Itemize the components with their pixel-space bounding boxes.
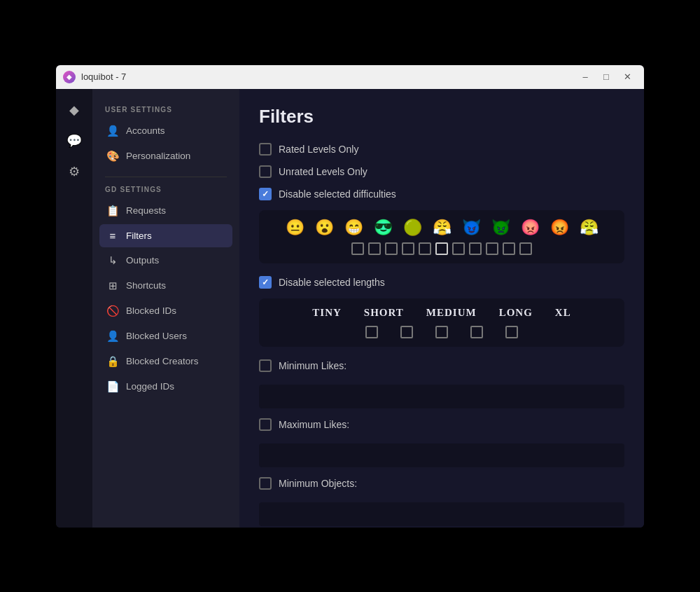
sidebar-item-blocked-ids[interactable]: 🚫 Blocked IDs bbox=[99, 299, 232, 323]
min-objects-checkbox[interactable] bbox=[259, 477, 272, 490]
personalization-icon: 🎨 bbox=[106, 150, 119, 163]
lengths-labels-row: Tiny Short Medium Long XL bbox=[270, 307, 613, 319]
unrated-levels-filter-row: Unrated Levels Only bbox=[259, 165, 624, 178]
diff-cb-1[interactable] bbox=[368, 242, 381, 255]
sidebar-item-shortcuts[interactable]: ⊞ Shortcuts bbox=[99, 274, 232, 298]
difficulty-checkbox-row bbox=[270, 242, 613, 255]
filters-icon: ≡ bbox=[106, 230, 119, 242]
user-settings-section-label: USER SETTINGS bbox=[99, 106, 232, 113]
sidebar-item-personalization[interactable]: 🎨 Personalization bbox=[99, 144, 232, 168]
difficulty-emoji-3: 😎 bbox=[370, 219, 396, 237]
sidebar-item-blocked-creators-label: Blocked Creators bbox=[126, 356, 199, 366]
diff-cb-4[interactable] bbox=[419, 242, 431, 255]
difficulty-emoji-6: 😈 bbox=[458, 219, 484, 237]
length-cb-short[interactable] bbox=[400, 326, 413, 338]
sidebar-item-requests[interactable]: 📋 Requests bbox=[99, 199, 232, 223]
min-likes-checkbox[interactable] bbox=[259, 359, 272, 372]
home-icon[interactable]: ◆ bbox=[62, 97, 87, 123]
sidebar-item-shortcuts-label: Shortcuts bbox=[126, 280, 166, 291]
sidebar-item-filters[interactable]: ≡ Filters bbox=[99, 224, 232, 247]
app-icon: ◆ bbox=[63, 71, 76, 83]
disable-lengths-filter-row: Disable selected lengths bbox=[259, 276, 624, 289]
sidebar-item-accounts-label: Accounts bbox=[126, 125, 165, 136]
lengths-checkboxes-row bbox=[270, 326, 613, 338]
rated-levels-filter-row: Rated Levels Only bbox=[259, 143, 624, 156]
sidebar-item-filters-label: Filters bbox=[126, 230, 152, 241]
main-content: Filters Rated Levels Only Unrated Levels… bbox=[239, 89, 644, 528]
diff-cb-6[interactable] bbox=[452, 242, 465, 255]
chat-icon[interactable]: 💬 bbox=[62, 128, 87, 153]
titlebar: ◆ loquibot - 7 – □ ✕ bbox=[56, 65, 644, 89]
difficulty-emoji-row: 😐 😮 😁 😎 🟠 😤 😈 👿 😡 😡 😤 bbox=[270, 219, 613, 237]
close-button[interactable]: ✕ bbox=[617, 69, 637, 85]
sidebar-item-blocked-creators[interactable]: 🔒 Blocked Creators bbox=[99, 350, 232, 373]
length-short: Short bbox=[364, 307, 404, 319]
min-objects-row: Minimum Objects: bbox=[259, 477, 624, 490]
minimize-button[interactable]: – bbox=[575, 69, 595, 85]
max-likes-row: Maximum Likes: bbox=[259, 418, 624, 431]
min-objects-label: Minimum Objects: bbox=[279, 478, 357, 489]
length-long: Long bbox=[499, 307, 533, 319]
diff-cb-9[interactable] bbox=[503, 242, 515, 255]
min-objects-input[interactable] bbox=[259, 502, 624, 526]
gd-settings-section-label: GD SETTINGS bbox=[99, 186, 232, 193]
diff-cb-0[interactable] bbox=[351, 242, 364, 255]
diff-cb-10[interactable] bbox=[519, 242, 532, 255]
max-likes-input[interactable] bbox=[259, 443, 624, 467]
max-likes-label: Maximum Likes: bbox=[279, 419, 349, 430]
diff-cb-5[interactable] bbox=[435, 242, 448, 255]
length-tiny: Tiny bbox=[312, 307, 342, 319]
gear-icon[interactable]: ⚙ bbox=[62, 159, 87, 184]
diff-cb-8[interactable] bbox=[486, 242, 498, 255]
sidebar-divider bbox=[105, 177, 227, 177]
min-likes-label: Minimum Likes: bbox=[279, 360, 346, 371]
outputs-icon: ↳ bbox=[106, 254, 119, 267]
length-cb-medium[interactable] bbox=[435, 326, 448, 338]
disable-lengths-checkbox[interactable] bbox=[259, 276, 272, 289]
disable-difficulties-filter-row: Disable selected difficulties bbox=[259, 188, 624, 200]
sidebar-item-outputs[interactable]: ↳ Outputs bbox=[99, 249, 232, 273]
disable-difficulties-label: Disable selected difficulties bbox=[279, 188, 396, 200]
blocked-users-icon: 👤 bbox=[106, 330, 119, 343]
diff-cb-2[interactable] bbox=[385, 242, 398, 255]
disable-lengths-label: Disable selected lengths bbox=[279, 277, 385, 288]
max-likes-checkbox[interactable] bbox=[259, 418, 272, 431]
length-cb-long[interactable] bbox=[470, 326, 483, 338]
rated-levels-label: Rated Levels Only bbox=[279, 144, 358, 155]
app-window: ◆ loquibot - 7 – □ ✕ ◆ 💬 ⚙ USER SETTINGS… bbox=[56, 65, 644, 528]
sidebar-item-requests-label: Requests bbox=[126, 205, 166, 216]
difficulty-emoji-0: 😐 bbox=[282, 219, 307, 237]
sidebar-item-accounts[interactable]: 👤 Accounts bbox=[99, 119, 232, 143]
diff-cb-3[interactable] bbox=[402, 242, 414, 255]
diff-cb-7[interactable] bbox=[469, 242, 482, 255]
sidebar-item-blocked-users-label: Blocked Users bbox=[126, 331, 187, 341]
rated-levels-checkbox[interactable] bbox=[259, 143, 272, 156]
length-cb-xl[interactable] bbox=[505, 326, 518, 338]
sidebar-item-logged-ids-label: Logged IDs bbox=[126, 381, 174, 392]
sidebar-item-blocked-users[interactable]: 👤 Blocked Users bbox=[99, 324, 232, 348]
requests-icon: 📋 bbox=[106, 205, 119, 217]
difficulty-emoji-7: 👿 bbox=[488, 219, 513, 237]
blocked-creators-icon: 🔒 bbox=[106, 355, 119, 368]
difficulty-panel: 😐 😮 😁 😎 🟠 😤 😈 👿 😡 😡 😤 bbox=[259, 210, 624, 263]
length-cb-tiny[interactable] bbox=[365, 326, 378, 338]
difficulty-emoji-10: 😤 bbox=[576, 219, 601, 237]
window-title: loquibot - 7 bbox=[81, 71, 575, 82]
difficulty-emoji-1: 😮 bbox=[312, 219, 337, 237]
maximize-button[interactable]: □ bbox=[596, 69, 616, 85]
sidebar-item-logged-ids[interactable]: 📄 Logged IDs bbox=[99, 375, 232, 399]
min-likes-input[interactable] bbox=[259, 385, 624, 408]
unrated-levels-checkbox[interactable] bbox=[259, 165, 272, 178]
difficulty-emoji-2: 😁 bbox=[341, 219, 366, 237]
sidebar-item-personalization-label: Personalization bbox=[126, 151, 190, 161]
lengths-panel: Tiny Short Medium Long XL bbox=[259, 298, 624, 347]
shortcuts-icon: ⊞ bbox=[106, 280, 119, 292]
window-controls: – □ ✕ bbox=[575, 69, 637, 85]
app-body: ◆ 💬 ⚙ USER SETTINGS 👤 Accounts 🎨 Persona… bbox=[56, 89, 644, 528]
sidebar: USER SETTINGS 👤 Accounts 🎨 Personalizati… bbox=[92, 89, 239, 528]
logged-ids-icon: 📄 bbox=[106, 380, 119, 393]
accounts-icon: 👤 bbox=[106, 125, 119, 137]
disable-difficulties-checkbox[interactable] bbox=[259, 188, 272, 200]
difficulty-emoji-9: 😡 bbox=[547, 219, 572, 237]
icon-sidebar: ◆ 💬 ⚙ bbox=[56, 89, 92, 528]
